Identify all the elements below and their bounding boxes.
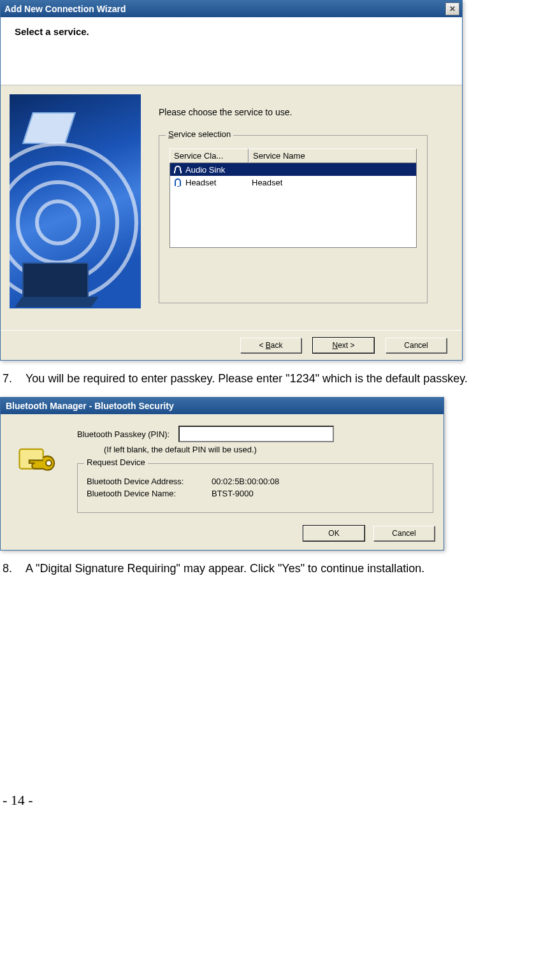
wizard-button-row: < Back Next > Cancel [1,330,462,360]
wizard-body: Please choose the service to use. Servic… [1,85,462,330]
step-number: 8. [3,562,14,575]
subheader-text: Select a service. [15,26,89,37]
headphones-icon [173,164,183,175]
close-icon: ✕ [449,4,456,13]
step-text: You will be required to enter passkey. P… [25,372,468,386]
wizard-subheader: Select a service. [1,17,462,85]
wizard-titlebar[interactable]: Add New Connection Wizard ✕ [1,1,462,17]
security-titlebar[interactable]: Bluetooth Manager - Bluetooth Security [1,398,444,414]
next-button[interactable]: Next > [313,338,374,353]
close-button[interactable]: ✕ [445,3,459,15]
instruction-text: Please choose the service to use. [159,107,453,117]
add-connection-wizard: Add New Connection Wizard ✕ Select a ser… [0,0,463,361]
security-title: Bluetooth Manager - Bluetooth Security [6,401,174,411]
cancel-button[interactable]: Cancel [386,338,447,353]
ok-button[interactable]: OK [303,526,364,541]
service-list-header: Service Cla... Service Name [170,148,417,163]
back-button[interactable]: < Back [240,338,301,353]
wizard-sidebar-image [10,94,141,308]
cancel-button[interactable]: Cancel [373,526,435,541]
group-legend: Service selection [166,129,233,139]
col-service-name[interactable]: Service Name [249,148,417,163]
list-item[interactable]: Audio Sink [170,163,416,176]
security-button-row: OK Cancel [1,518,444,550]
step-text: A "Digital Signature Requiring" may appe… [25,562,424,575]
step-8: 8. A "Digital Signature Requiring" may a… [3,562,531,575]
device-name-value: BTST-9000 [212,489,254,498]
device-address-value: 00:02:5B:00:00:08 [212,477,279,486]
request-device-group: Request Device Bluetooth Device Address:… [77,463,433,513]
wizard-title: Add New Connection Wizard [4,4,126,14]
device-name-label: Bluetooth Device Name: [87,489,212,498]
cell-service-class: Headset [185,178,249,187]
passkey-input[interactable] [178,426,334,442]
cell-service-class: Audio Sink [185,165,249,175]
headset-icon [173,177,183,187]
pin-hint: (If left blank, the default PIN will be … [104,445,433,454]
device-address-label: Bluetooth Device Address: [87,477,212,486]
svg-point-1 [46,460,52,466]
service-selection-group: Service selection Service Cla... Service… [159,135,428,303]
step-7: 7. You will be required to enter passkey… [3,372,531,386]
pin-label: Bluetooth Passkey (PIN): [77,429,170,439]
page-number: - 14 - [3,792,534,809]
col-service-class[interactable]: Service Cla... [170,148,249,163]
key-icon [11,437,64,487]
list-item[interactable]: Headset Headset [170,176,416,189]
service-list[interactable]: Audio Sink Headset Headset [170,163,417,248]
cell-service-name: Headset [252,178,414,187]
step-number: 7. [3,372,14,386]
request-device-legend: Request Device [84,458,148,467]
bluetooth-security-dialog: Bluetooth Manager - Bluetooth Security B… [0,397,444,551]
